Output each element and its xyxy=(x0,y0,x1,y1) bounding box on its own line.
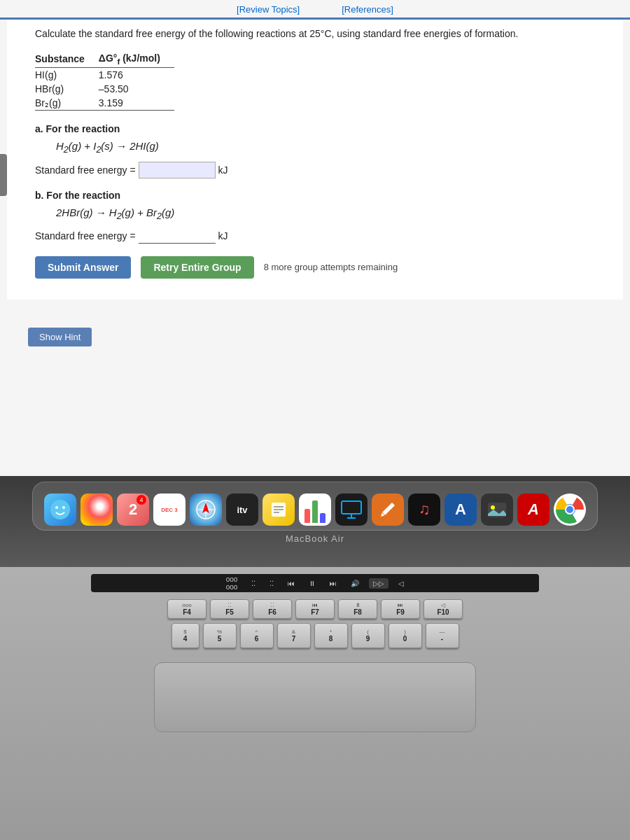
question-intro: Calculate the standard free energy of th… xyxy=(35,27,595,41)
row-hbr-substance: HBr(g) xyxy=(35,82,99,96)
part-a-label: a. For the reaction xyxy=(35,123,595,134)
part-b-label: b. For the reaction xyxy=(35,190,595,201)
substance-table: Substance ΔG°f (kJ/mol) HI(g) 1.576 HBr(… xyxy=(35,51,595,111)
key-7[interactable]: & 7 xyxy=(277,623,311,648)
action-buttons-row: Submit Answer Retry Entire Group 8 more … xyxy=(35,256,595,279)
keyboard-area: oooooo ⁚⁚ ⁚⁚ ⏮ ⏸ ⏭ 🔊 ▷▷ ◁ ooo F4 ⁚⁚ F5 ⁚… xyxy=(0,567,630,840)
key-dollar[interactable]: $ 4 xyxy=(172,623,200,648)
part-b-energy-unit: kJ xyxy=(218,230,228,241)
touchbar-f6[interactable]: ⁚⁚ xyxy=(265,578,278,589)
key-8[interactable]: * 8 xyxy=(314,623,348,648)
dock-pencil-icon[interactable] xyxy=(372,493,404,526)
dock-photos-icon[interactable] xyxy=(80,493,113,526)
key-f9[interactable]: ⏭ F9 xyxy=(381,599,420,619)
show-hint-button[interactable]: Show Hint xyxy=(28,328,92,346)
key-6[interactable]: ^ 6 xyxy=(240,623,274,648)
key-f5[interactable]: ⁚⁚ F5 xyxy=(210,599,249,619)
dock-aa-icon[interactable]: A xyxy=(444,493,477,526)
part-b-reaction: 2HBr(g) → H2(g) + Br2(g) xyxy=(56,206,595,221)
row-hbr-value: –53.50 xyxy=(99,82,174,96)
svg-point-20 xyxy=(566,506,573,513)
key-0[interactable]: ) 0 xyxy=(388,623,422,648)
retry-button[interactable]: Retry Entire Group xyxy=(141,256,253,279)
part-a-energy-label: Standard free energy = xyxy=(35,164,136,176)
part-a-energy-line: Standard free energy = kJ xyxy=(35,162,595,178)
svg-point-1 xyxy=(55,506,58,509)
dock-music2-icon[interactable]: ♫ xyxy=(408,493,440,526)
number-key-row: $ 4 % 5 ^ 6 & 7 * 8 ( 9 ) 0 — - xyxy=(172,623,459,648)
svg-rect-11 xyxy=(342,501,361,514)
dock-area: 2 4 DEC 3 itv xyxy=(0,476,630,567)
svg-point-16 xyxy=(491,505,495,510)
show-hint-area: Show Hint xyxy=(0,321,630,354)
key-f8[interactable]: ⏸ F8 xyxy=(338,599,377,619)
touchbar-dd[interactable]: ▷▷ xyxy=(369,578,388,589)
touchbar-f5[interactable]: ⁚⁚ xyxy=(247,578,260,589)
row-hi-substance: HI(g) xyxy=(35,67,99,82)
attempts-remaining: 8 more group attempts remaining xyxy=(264,262,398,272)
part-b-energy-input[interactable] xyxy=(139,228,216,244)
dock-safari-icon[interactable] xyxy=(190,493,222,526)
dock-acrobat-icon[interactable]: A xyxy=(517,493,550,526)
touchbar-ffwd[interactable]: ⏭ xyxy=(326,578,341,589)
part-a-reaction: H2(g) + I2(s) → 2HI(g) xyxy=(56,140,595,155)
row-hi-value: 1.576 xyxy=(99,67,174,82)
key-dash[interactable]: — - xyxy=(426,623,459,648)
submit-button[interactable]: Submit Answer xyxy=(35,256,131,279)
part-b-energy-label: Standard free energy = xyxy=(35,230,136,241)
review-topics-link[interactable]: [Review Topics] xyxy=(237,4,300,15)
key-f7[interactable]: ⏮ F7 xyxy=(295,599,335,619)
touchbar-voldown[interactable]: ◁ xyxy=(394,578,408,589)
touchbar-f4[interactable]: oooooo xyxy=(222,574,242,592)
key-9[interactable]: ( 9 xyxy=(351,623,385,648)
key-f6[interactable]: ⁚⁚ F6 xyxy=(253,599,292,619)
touchbar-vol[interactable]: 🔊 xyxy=(346,578,363,589)
dock-music-icon[interactable]: 2 4 xyxy=(117,493,149,526)
col-substance: Substance xyxy=(35,51,99,67)
dock-screen-icon[interactable] xyxy=(335,493,368,526)
key-5[interactable]: % 5 xyxy=(203,623,237,648)
dock-bar: 2 4 DEC 3 itv xyxy=(32,482,598,531)
touchbar-rewind[interactable]: ⏮ xyxy=(284,578,299,589)
dock-chrome-icon[interactable] xyxy=(554,493,586,526)
svg-point-2 xyxy=(62,506,65,509)
fn-key-row: ooo F4 ⁚⁚ F5 ⁚⁚ F6 ⏮ F7 ⏸ F8 ⏭ F9 ◁ F10 xyxy=(167,599,463,619)
part-a-energy-input[interactable] xyxy=(139,162,216,178)
key-f10[interactable]: ◁ F10 xyxy=(424,599,463,619)
key-f4[interactable]: ooo F4 xyxy=(167,599,206,619)
row-br2-substance: Br₂(g) xyxy=(35,96,99,111)
part-a-energy-unit: kJ xyxy=(218,164,228,176)
dock-itv-icon[interactable]: itv xyxy=(226,493,258,526)
macbook-label: MacBook Air xyxy=(286,533,344,544)
dock-notes-icon[interactable] xyxy=(262,493,295,526)
svg-point-0 xyxy=(50,500,70,519)
references-link[interactable]: [References] xyxy=(342,4,393,15)
part-b-energy-line: Standard free energy = kJ xyxy=(35,228,595,244)
dock-img-icon[interactable] xyxy=(481,493,513,526)
row-br2-value: 3.159 xyxy=(99,96,174,111)
sidebar-tab[interactable] xyxy=(0,154,7,196)
dock-calendar-icon[interactable]: DEC 3 xyxy=(153,493,186,526)
touchbar: oooooo ⁚⁚ ⁚⁚ ⏮ ⏸ ⏭ 🔊 ▷▷ ◁ xyxy=(91,574,539,592)
trackpad[interactable] xyxy=(154,662,476,732)
touchbar-pause[interactable]: ⏸ xyxy=(304,578,320,589)
dock-finder-icon[interactable] xyxy=(44,493,76,526)
dock-charts-icon[interactable] xyxy=(299,493,331,526)
col-deltag: ΔG°f (kJ/mol) xyxy=(99,51,174,67)
